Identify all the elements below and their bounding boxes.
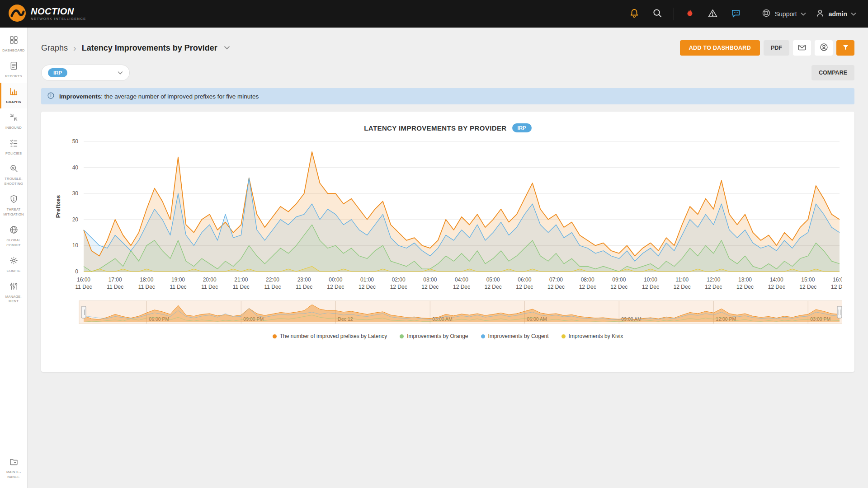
banner-text: Improvements: the average number of impr… — [59, 93, 259, 100]
policies-checklist-icon — [9, 138, 19, 150]
irp-badge: IRP — [512, 123, 532, 132]
navigator-handle-left[interactable] — [81, 306, 86, 318]
legend-item-orange-provider[interactable]: Improvements by Orange — [400, 333, 468, 339]
sidebar-item-config[interactable]: CONFIG — [0, 252, 27, 277]
sidebar-item-label: GRAPHS — [1, 100, 26, 105]
svg-text:04:00: 04:00 — [455, 277, 468, 283]
svg-text:05:00: 05:00 — [486, 277, 500, 283]
graph-selector-chevron-icon[interactable] — [224, 46, 230, 50]
info-icon — [47, 92, 55, 101]
latency-chart-svg: Prefixes0102030405016:0011 Dec17:0011 De… — [54, 135, 842, 292]
troubleshooting-magnifier-icon — [9, 164, 19, 175]
legend-dot-blue — [481, 334, 485, 338]
account-share-button[interactable] — [815, 40, 833, 56]
sidebar-item-maintenance[interactable]: MAINTE-NANCE — [0, 453, 27, 483]
legend-item-latency[interactable]: The number of improved prefixes by Laten… — [273, 333, 387, 339]
svg-text:10: 10 — [72, 242, 79, 249]
navigator-handle-right[interactable] — [837, 306, 842, 318]
svg-text:11 Dec: 11 Dec — [201, 284, 218, 290]
feedback-button[interactable] — [729, 6, 743, 22]
navigator-svg[interactable]: 06:00 PM09:00 PMDec 1203:00 AM06:00 AM09… — [54, 300, 842, 324]
svg-text:00:00: 00:00 — [329, 277, 342, 283]
svg-text:12 Dec: 12 Dec — [453, 284, 470, 290]
svg-text:16:00: 16:00 — [77, 277, 90, 283]
gear-icon — [9, 256, 19, 267]
svg-text:11 Dec: 11 Dec — [170, 284, 186, 290]
breadcrumb-graphs-link[interactable]: Graphs — [41, 43, 68, 53]
legend-item-cogent[interactable]: Improvements by Cogent — [481, 333, 549, 339]
sidebar-item-threat-mitigation[interactable]: THREAT MITIGATION — [0, 190, 27, 221]
svg-text:17:00: 17:00 — [108, 277, 122, 283]
svg-text:03:00: 03:00 — [423, 277, 437, 283]
sidebar-item-global-commit[interactable]: GLOBAL COMMIT — [0, 221, 27, 252]
svg-text:19:00: 19:00 — [171, 277, 185, 283]
maintenance-folder-icon — [9, 457, 19, 468]
svg-text:14:00: 14:00 — [770, 277, 783, 283]
svg-text:01:00: 01:00 — [360, 277, 374, 283]
svg-text:12 Dec: 12 Dec — [421, 284, 439, 290]
sidebar-item-graphs[interactable]: GRAPHS — [0, 83, 27, 108]
filter-funnel-icon — [841, 43, 850, 53]
user-icon — [815, 8, 825, 19]
sidebar-item-inbound[interactable]: INBOUND — [0, 108, 27, 134]
email-button[interactable] — [793, 40, 811, 56]
sidebar-item-troubleshooting[interactable]: TROUBLE-SHOOTING — [0, 160, 27, 190]
svg-text:13:00: 13:00 — [738, 277, 752, 283]
legend-label: Improvements by Cogent — [488, 333, 549, 339]
legend-label: Improvements by Kivix — [569, 333, 623, 339]
svg-text:06:00: 06:00 — [518, 277, 531, 283]
add-to-dashboard-button[interactable]: ADD TO DASHBOARD — [680, 40, 760, 56]
svg-text:18:00: 18:00 — [140, 277, 153, 283]
svg-text:12 Dec: 12 Dec — [736, 284, 754, 290]
sidebar-item-management[interactable]: MANAGE-MENT — [0, 277, 27, 308]
chart-legend: The number of improved prefixes by Laten… — [54, 333, 842, 339]
sidebar-item-label: POLICIES — [1, 151, 26, 156]
bell-icon — [629, 8, 640, 20]
svg-text:11 Dec: 11 Dec — [296, 284, 312, 290]
sidebar-item-label: DASHBOARD — [1, 48, 26, 53]
sidebar-item-reports[interactable]: REPORTS — [0, 57, 27, 83]
brand-tagline: NETWORK INTELLIGENCE — [31, 17, 86, 21]
dashboard-icon — [9, 35, 19, 47]
user-menu[interactable]: admin — [815, 8, 856, 19]
alerts-button[interactable] — [706, 6, 720, 22]
svg-text:12 Dec: 12 Dec — [516, 284, 533, 290]
sliders-icon — [9, 282, 19, 293]
reports-icon — [9, 61, 19, 72]
compare-button[interactable]: COMPARE — [811, 65, 854, 80]
username-label: admin — [829, 10, 847, 18]
svg-text:11 Dec: 11 Dec — [107, 284, 123, 290]
svg-text:11:00: 11:00 — [675, 277, 689, 283]
pdf-button[interactable]: PDF — [764, 40, 789, 56]
sidebar-item-label: TROUBLE-SHOOTING — [1, 177, 26, 187]
svg-text:11 Dec: 11 Dec — [138, 284, 155, 290]
support-menu[interactable]: Support — [761, 8, 806, 19]
legend-label: The number of improved prefixes by Laten… — [280, 333, 387, 339]
shield-alert-icon — [9, 194, 19, 206]
sidebar-item-label: THREAT MITIGATION — [1, 207, 26, 217]
provider-tag-select[interactable]: IRP — [41, 65, 130, 81]
search-button[interactable] — [651, 6, 665, 22]
svg-text:0: 0 — [75, 268, 78, 275]
svg-text:15:00: 15:00 — [801, 277, 815, 283]
filter-button[interactable] — [836, 40, 854, 56]
svg-text:Prefixes: Prefixes — [55, 195, 61, 218]
legend-item-kivix[interactable]: Improvements by Kivix — [561, 333, 623, 339]
svg-text:12:00: 12:00 — [707, 277, 720, 283]
svg-text:12 Dec: 12 Dec — [705, 284, 722, 290]
info-banner: Improvements: the average number of impr… — [41, 88, 854, 104]
envelope-icon — [797, 43, 807, 53]
sidebar-item-dashboard[interactable]: DASHBOARD — [0, 31, 27, 57]
notifications-button[interactable] — [627, 6, 642, 22]
svg-text:12 Dec: 12 Dec — [831, 284, 842, 290]
svg-text:02:00: 02:00 — [392, 277, 406, 283]
banner-rest: : the average number of improved prefixe… — [101, 93, 259, 100]
svg-text:22:00: 22:00 — [266, 277, 279, 283]
sidebar-item-policies[interactable]: POLICIES — [0, 134, 27, 160]
noction-logo[interactable]: NOCTION NETWORK INTELLIGENCE — [8, 4, 86, 24]
svg-text:12 Dec: 12 Dec — [799, 284, 816, 290]
irp-status-button[interactable] — [683, 6, 697, 21]
svg-text:21:00: 21:00 — [234, 277, 248, 283]
svg-text:12 Dec: 12 Dec — [390, 284, 407, 290]
irp-tag-chip[interactable]: IRP — [48, 68, 67, 77]
